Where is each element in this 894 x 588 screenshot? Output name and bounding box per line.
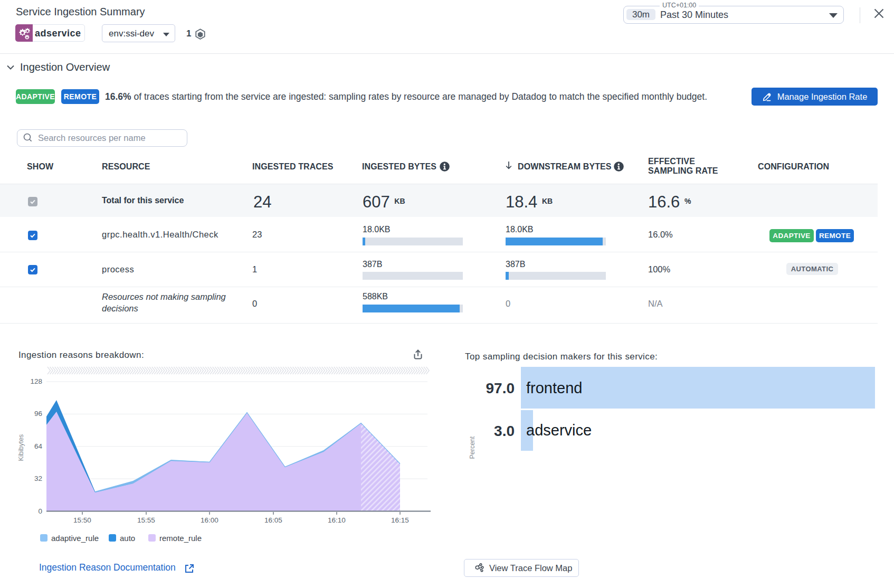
svg-text:16:15: 16:15: [391, 516, 409, 524]
svg-text:Kibibytes: Kibibytes: [17, 434, 25, 461]
svg-text:15:55: 15:55: [137, 516, 155, 524]
svg-text:128: 128: [30, 377, 42, 385]
svg-text:96: 96: [34, 410, 42, 418]
svg-text:15:50: 15:50: [73, 516, 91, 524]
svg-text:16:10: 16:10: [328, 516, 346, 524]
svg-text:64: 64: [34, 442, 43, 450]
svg-text:0: 0: [38, 507, 42, 515]
svg-text:16:00: 16:00: [201, 516, 218, 524]
svg-text:16:05: 16:05: [264, 516, 282, 524]
svg-text:32: 32: [34, 475, 42, 482]
